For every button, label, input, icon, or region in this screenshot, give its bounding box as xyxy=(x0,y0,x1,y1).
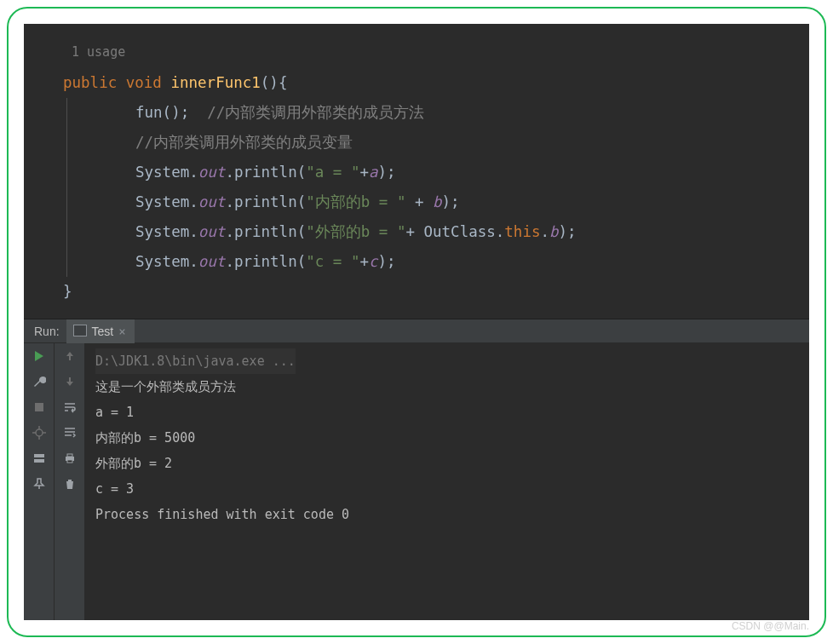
code-line: fun(); //内部类调用外部类的成员方法 xyxy=(101,98,809,128)
field: a xyxy=(369,164,378,181)
run-body: D:\JDK1.8\bin\java.exe ... 这是一个外部类成员方法 a… xyxy=(24,343,809,620)
code-editor[interactable]: 1 usage public void innerFunc1(){ fun();… xyxy=(24,24,809,319)
svg-rect-10 xyxy=(67,454,72,457)
field: b xyxy=(549,223,559,240)
svg-rect-8 xyxy=(34,459,44,463)
layout-icon[interactable] xyxy=(32,451,47,466)
close-icon[interactable]: × xyxy=(118,325,125,338)
play-icon[interactable] xyxy=(32,348,47,364)
tab-name: Test xyxy=(92,325,114,338)
parens: (){ xyxy=(261,74,288,91)
text: + xyxy=(405,193,433,210)
text: ); xyxy=(378,164,396,181)
code-line: System.out.println("内部的b = " + b); xyxy=(101,187,809,217)
arrow-down-icon[interactable] xyxy=(62,374,78,389)
run-panel: Run: Test × xyxy=(24,319,809,620)
debug-icon[interactable] xyxy=(32,425,47,440)
text: ); xyxy=(442,193,460,210)
ide-window: 1 usage public void innerFunc1(){ fun();… xyxy=(24,24,809,620)
code-line: System.out.println("外部的b = "+ OutClass.t… xyxy=(101,217,809,247)
svg-rect-1 xyxy=(35,403,43,411)
svg-marker-0 xyxy=(35,351,43,361)
code-line: System.out.println("a = "+a); xyxy=(101,158,809,187)
console-command: D:\JDK1.8\bin\java.exe ... xyxy=(95,348,296,374)
scroll-icon[interactable] xyxy=(62,425,78,440)
svg-rect-7 xyxy=(34,454,44,457)
trash-icon[interactable] xyxy=(62,476,78,492)
field-out: out xyxy=(198,223,226,240)
watermark: CSDN @@Main. xyxy=(732,620,809,632)
string: "a = " xyxy=(306,164,359,181)
run-tab[interactable]: Test × xyxy=(66,319,135,343)
text: System. xyxy=(135,223,198,240)
svg-rect-11 xyxy=(67,460,72,463)
close-brace: } xyxy=(63,283,72,300)
run-label: Run: xyxy=(24,325,66,338)
text: ); xyxy=(378,253,396,270)
keyword-this: this xyxy=(504,223,540,240)
code-line: //内部类调用外部类的成员变量 xyxy=(101,128,809,158)
field: b xyxy=(433,193,442,210)
text: . xyxy=(540,223,549,240)
code-line: public void innerFunc1(){ xyxy=(63,68,809,98)
console-output[interactable]: D:\JDK1.8\bin\java.exe ... 这是一个外部类成员方法 a… xyxy=(85,343,809,620)
run-toolbar-primary xyxy=(24,343,55,620)
text: System. xyxy=(135,164,198,181)
string: "外部的b = " xyxy=(306,223,405,240)
call-fun: fun(); xyxy=(135,104,189,121)
console-line: c = 3 xyxy=(95,476,799,502)
text: System. xyxy=(135,253,198,270)
text: .println( xyxy=(225,164,306,181)
text: .println( xyxy=(225,193,306,210)
tab-window-icon xyxy=(75,326,87,336)
console-line: 外部的b = 2 xyxy=(95,451,799,476)
usage-hint: 1 usage xyxy=(63,39,809,65)
stop-icon[interactable] xyxy=(32,400,47,415)
run-header: Run: Test × xyxy=(24,319,809,343)
field-out: out xyxy=(198,193,226,210)
wrap-icon[interactable] xyxy=(62,400,78,415)
console-line: 这是一个外部类成员方法 xyxy=(95,374,799,400)
wrench-icon[interactable] xyxy=(32,374,47,389)
text: + OutClass. xyxy=(405,223,504,240)
code-line: System.out.println("c = "+c); xyxy=(101,247,809,277)
console-line: 内部的b = 5000 xyxy=(95,425,799,451)
field-out: out xyxy=(198,164,226,181)
code-line: } xyxy=(63,277,809,307)
arrow-up-icon[interactable] xyxy=(62,348,78,364)
text: + xyxy=(359,164,369,181)
text: .println( xyxy=(225,223,306,240)
keyword-public: public xyxy=(63,74,117,91)
keyword-void: void xyxy=(126,74,162,91)
console-line: a = 1 xyxy=(95,400,799,425)
function-name: innerFunc1 xyxy=(170,74,260,91)
comment: //内部类调用外部类的成员方法 xyxy=(189,104,424,121)
field-out: out xyxy=(198,253,226,270)
run-toolbar-secondary xyxy=(55,343,85,620)
string: "c = " xyxy=(306,253,359,270)
text: .println( xyxy=(225,253,306,270)
field: c xyxy=(369,253,378,270)
text: System. xyxy=(135,193,198,210)
print-icon[interactable] xyxy=(62,451,78,466)
text: ); xyxy=(559,223,577,240)
svg-point-2 xyxy=(36,429,43,436)
string: "内部的b = " xyxy=(306,193,405,210)
pin-icon[interactable] xyxy=(32,476,47,492)
outer-frame: 1 usage public void innerFunc1(){ fun();… xyxy=(7,7,826,637)
text: + xyxy=(359,253,369,270)
console-exit: Process finished with exit code 0 xyxy=(95,502,799,527)
comment: //内部类调用外部类的成员变量 xyxy=(135,134,353,151)
